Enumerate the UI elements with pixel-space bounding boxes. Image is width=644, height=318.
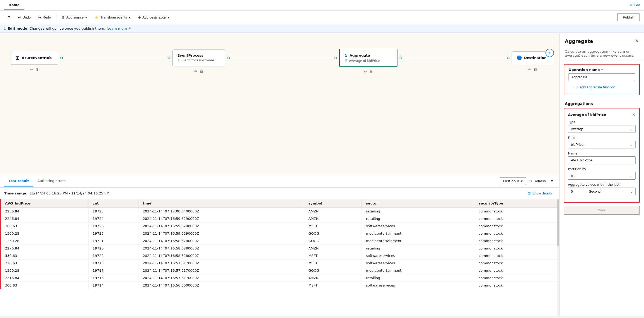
name-input[interactable]: [568, 156, 636, 164]
canvas-area: ⊞ AzureEventHub ✏ 🗑: [0, 33, 559, 316]
panel-header: Aggregate ✕: [560, 33, 644, 46]
flow-container: ⊞ AzureEventHub ✏ 🗑: [11, 49, 554, 67]
table-cell: 19726: [88, 222, 138, 230]
settings-icon: ⚙: [7, 15, 11, 19]
table-row: 1360.28197172024-11-14T07:16:57.6170000Z…: [1, 267, 559, 274]
expand-button[interactable]: ▾: [549, 178, 555, 184]
time-range-label: Time range:: [4, 191, 28, 195]
aggregate-edit-button[interactable]: ✏: [364, 70, 367, 74]
agg-values-label: Aggregate values within the last: [568, 183, 636, 187]
table-cell: AMZN: [304, 274, 361, 281]
dot-4: [334, 57, 337, 59]
panel-close-button[interactable]: ✕: [635, 38, 639, 44]
refresh-button[interactable]: ↻ Refresh: [526, 178, 549, 185]
show-details-button[interactable]: ⊡ Show details: [525, 190, 555, 197]
add-source-button[interactable]: ⊕ Add source ▾: [59, 14, 90, 21]
node-aggregate[interactable]: Σ Aggregate ☰ Average of bidPrice ✏ 🗑: [339, 49, 397, 67]
table-cell: 300.63: [1, 281, 88, 289]
undo-button[interactable]: ↩ Undo: [15, 14, 34, 21]
table-cell: softwareservices: [362, 252, 474, 259]
destination-delete-button[interactable]: 🗑: [534, 67, 537, 71]
agg-card-close-button[interactable]: ✕: [632, 112, 636, 117]
table-cell: 2024-11-14T07:16:58.6280000Z: [138, 244, 304, 252]
vertical-scrollbar[interactable]: [557, 199, 559, 317]
aggregate-node-title: Σ Aggregate: [345, 53, 392, 58]
table-cell: commonstock: [474, 207, 559, 215]
table-cell: 19717: [88, 267, 138, 274]
partition-select[interactable]: cnt: [568, 172, 636, 180]
azure-node-actions: ✏ 🗑: [30, 67, 39, 72]
panel-title: Aggregate: [565, 38, 593, 44]
eventprocess-edit-button[interactable]: ✏: [194, 69, 198, 73]
connector-1: [58, 57, 172, 59]
table-cell: retailing: [362, 274, 474, 281]
table-cell: GOOG: [304, 267, 361, 274]
connector-2: [225, 57, 339, 59]
table-cell: commonstock: [474, 215, 559, 222]
eventprocess-delete-button[interactable]: 🗑: [200, 69, 203, 73]
duration-unit-select[interactable]: Second Minute Hour: [586, 188, 636, 195]
type-field: Type Average Sum Count Min Max: [568, 120, 636, 133]
tab-home[interactable]: Home: [4, 1, 24, 10]
agg-card-title: Average of bidPrice: [568, 113, 606, 117]
add-aggregate-function-button[interactable]: ＋ + Add aggregate function: [569, 83, 635, 92]
table-cell: 19716: [88, 274, 138, 281]
scrollbar-thumb[interactable]: [557, 199, 559, 246]
separator-1: [56, 14, 56, 21]
table-row: 2316.84197162024-11-14T07:16:57.6170000Z…: [1, 274, 559, 281]
destination-edit-button[interactable]: ✏: [528, 67, 531, 71]
table-cell: 2024-11-14T07:16:58.6280000Z: [138, 252, 304, 259]
publish-button[interactable]: Publish: [617, 13, 640, 21]
node-eventprocess[interactable]: EventProcess ∫ EventProcess-stream ✏ 🗑: [172, 49, 225, 66]
table-cell: 2246.84: [1, 215, 88, 222]
col-symbol: symbol: [304, 199, 361, 208]
destination-node-title: 🔵 Destination: [517, 55, 549, 60]
table-cell: 1360.28: [1, 230, 88, 237]
table-row: 360.63197262024-11-14T07:16:59.6290000ZM…: [1, 222, 559, 230]
table-cell: MSFT: [304, 259, 361, 267]
add-destination-button[interactable]: ⊕ Add destination ▾: [135, 14, 173, 21]
time-range-dropdown[interactable]: Last hour ▾: [500, 177, 526, 185]
settings-button[interactable]: ⚙: [4, 14, 14, 21]
required-indicator: *: [601, 68, 603, 72]
info-icon: ℹ: [4, 26, 6, 30]
add-node-button[interactable]: +: [545, 49, 554, 57]
duration-row: Second Minute Hour: [568, 188, 636, 195]
table-cell: 320.63: [1, 259, 88, 267]
learn-more-link[interactable]: Learn more ↗: [107, 26, 131, 30]
transform-events-button[interactable]: ⚡ Transform events ▾: [91, 14, 134, 21]
table-cell: 2024-11-14T07:16:59.6290000Z: [138, 215, 304, 222]
table-cell: 2024-11-14T07:16:59.6290000Z: [138, 222, 304, 230]
azure-delete-button[interactable]: 🗑: [35, 67, 39, 72]
edit-mode-label: Edit mode: [8, 26, 27, 30]
dot-2: [168, 57, 170, 59]
add-agg-label: + Add aggregate function: [577, 85, 615, 89]
col-securitytype: securityType: [474, 199, 559, 208]
table-cell: commonstock: [474, 244, 559, 252]
aggregate-node-actions: ✏ 🗑: [364, 70, 373, 74]
add-source-icon: ⊕: [62, 15, 65, 19]
type-select[interactable]: Average Sum Count Min Max: [568, 125, 636, 133]
table-row: 2246.84197242024-11-14T07:16:59.6290000Z…: [1, 215, 559, 222]
tab-authoring-errors[interactable]: Authoring errors: [33, 176, 70, 187]
edit-button[interactable]: ✏ Edit: [630, 3, 640, 7]
node-azure-eventhub[interactable]: ⊞ AzureEventHub ✏ 🗑: [11, 51, 58, 65]
field-select[interactable]: bidPrice: [568, 141, 636, 148]
table-cell: commonstock: [474, 237, 559, 244]
tab-test-result[interactable]: Test result: [4, 176, 33, 187]
canvas[interactable]: ⊞ AzureEventHub ✏ 🗑: [0, 33, 559, 175]
agg-card-header: Average of bidPrice ✕: [568, 112, 636, 117]
table-row: 1360.28197252024-11-14T07:16:59.6290000Z…: [1, 230, 559, 237]
table-cell: 2024-11-14T07:16:56.6000000Z: [138, 281, 304, 289]
connector-3: [397, 57, 512, 59]
azure-edit-button[interactable]: ✏: [30, 67, 33, 72]
duration-input[interactable]: [568, 188, 584, 195]
save-button[interactable]: Save: [564, 206, 640, 215]
aggregate-delete-button[interactable]: 🗑: [369, 70, 373, 74]
operation-name-input[interactable]: [569, 73, 635, 81]
field-row: Field bidPrice: [568, 136, 636, 148]
transform-icon: ⚡: [95, 15, 99, 19]
partition-row: Partition by cnt: [568, 167, 636, 180]
destination-node-actions: ✏ 🗑: [528, 67, 537, 71]
redo-button[interactable]: ↪ Redo: [35, 14, 54, 21]
